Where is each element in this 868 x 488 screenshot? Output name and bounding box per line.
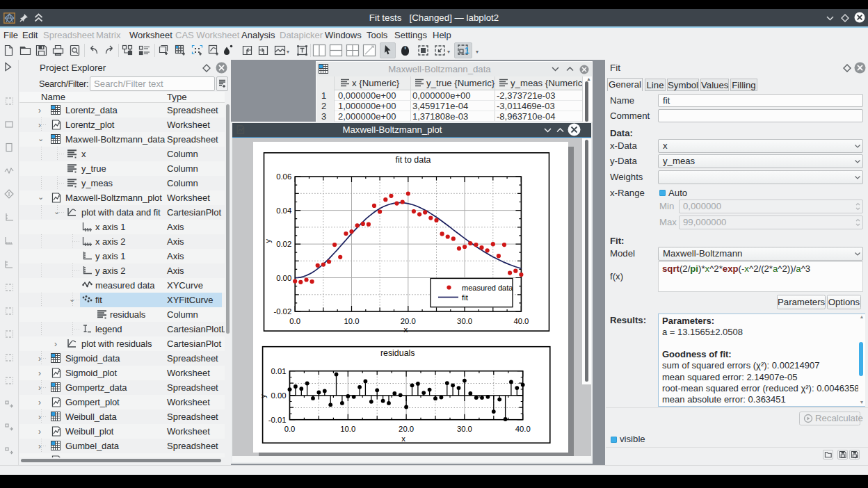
svg-text:30.0: 30.0: [457, 317, 472, 325]
svg-text:-0.01: -0.01: [268, 416, 287, 424]
svg-text:0.06: 0.06: [276, 172, 291, 181]
svg-text:0.02: 0.02: [276, 240, 291, 248]
svg-text:0.00: 0.00: [271, 391, 287, 400]
svg-text:residuals: residuals: [380, 348, 415, 358]
svg-text:y: y: [259, 394, 267, 398]
svg-text:40.0: 40.0: [513, 317, 529, 325]
svg-text:x: x: [403, 325, 408, 334]
svg-text:fit to data: fit to data: [396, 155, 431, 165]
svg-text:x: x: [401, 434, 405, 443]
svg-text:10.0: 10.0: [344, 317, 360, 325]
svg-text:0.0: 0.0: [284, 425, 296, 433]
svg-text:20.0: 20.0: [401, 317, 416, 325]
svg-text:0.04: 0.04: [276, 206, 291, 215]
svg-text:-0.02: -0.02: [273, 307, 291, 316]
svg-text:0.00: 0.00: [276, 274, 291, 282]
svg-text:0.01: 0.01: [271, 367, 287, 375]
svg-text:y: y: [264, 239, 272, 243]
svg-text:measured data: measured data: [462, 284, 513, 292]
svg-text:30.0: 30.0: [457, 425, 472, 433]
svg-text:0.0: 0.0: [289, 317, 300, 325]
svg-text:10.0: 10.0: [340, 425, 355, 433]
svg-text:fit: fit: [462, 293, 469, 302]
svg-text:20.0: 20.0: [399, 425, 414, 433]
svg-text:40.0: 40.0: [515, 425, 531, 433]
